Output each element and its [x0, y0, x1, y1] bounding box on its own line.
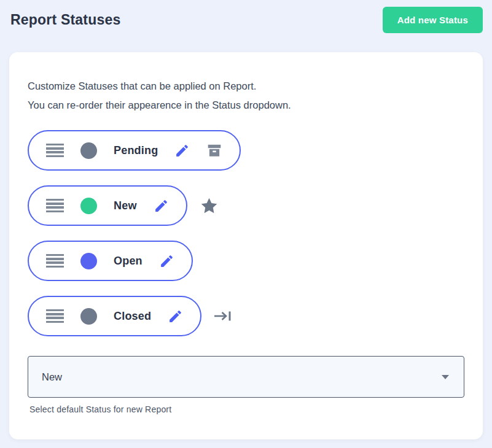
- edit-pencil-icon[interactable]: [154, 198, 169, 214]
- default-status-dropdown[interactable]: New: [28, 356, 464, 398]
- dropdown-selected-value: New: [42, 371, 62, 383]
- status-row-new: New: [28, 185, 464, 226]
- status-color-dot: [80, 198, 97, 214]
- intro-line-1: Customize Statuses that can be applied o…: [28, 77, 464, 96]
- dropdown-caption: Select default Status for new Report: [29, 404, 464, 414]
- drag-handle-icon[interactable]: [46, 144, 64, 158]
- edit-pencil-icon[interactable]: [168, 309, 183, 324]
- status-label: Pending: [114, 144, 158, 157]
- status-pill-closed: Closed: [28, 296, 201, 336]
- page-title: Report Statuses: [9, 12, 120, 28]
- status-pill-open: Open: [28, 241, 193, 281]
- status-color-dot: [80, 308, 97, 325]
- intro-line-2: You can re-order their appearence in the…: [28, 96, 464, 115]
- status-pill-new: New: [28, 185, 187, 226]
- drag-handle-icon[interactable]: [46, 309, 64, 323]
- closing-arrow-icon: [213, 308, 233, 324]
- drag-handle-icon[interactable]: [46, 199, 64, 213]
- edit-pencil-icon[interactable]: [174, 143, 190, 158]
- default-status-section: New Select default Status for new Report: [28, 356, 464, 414]
- card-intro: Customize Statuses that can be applied o…: [28, 77, 464, 115]
- status-pill-pending: Pending: [28, 130, 241, 171]
- page-header: Report Statuses Add new Status: [0, 0, 492, 34]
- edit-pencil-icon[interactable]: [159, 253, 174, 269]
- status-label: Closed: [114, 310, 151, 323]
- status-label: New: [114, 199, 137, 212]
- status-row-pending: Pending: [28, 130, 464, 171]
- drag-handle-icon[interactable]: [46, 254, 64, 268]
- status-label: Open: [114, 255, 143, 268]
- chevron-down-icon: [442, 375, 449, 379]
- status-row-closed: Closed: [28, 296, 464, 336]
- status-list: Pending New: [28, 130, 464, 336]
- status-color-dot: [80, 253, 97, 269]
- archive-box-icon[interactable]: [206, 142, 222, 158]
- status-row-open: Open: [28, 241, 464, 281]
- add-new-status-button[interactable]: Add new Status: [383, 7, 483, 33]
- statuses-card: Customize Statuses that can be applied o…: [9, 52, 483, 439]
- status-color-dot: [80, 142, 97, 159]
- default-star-icon: [199, 196, 219, 216]
